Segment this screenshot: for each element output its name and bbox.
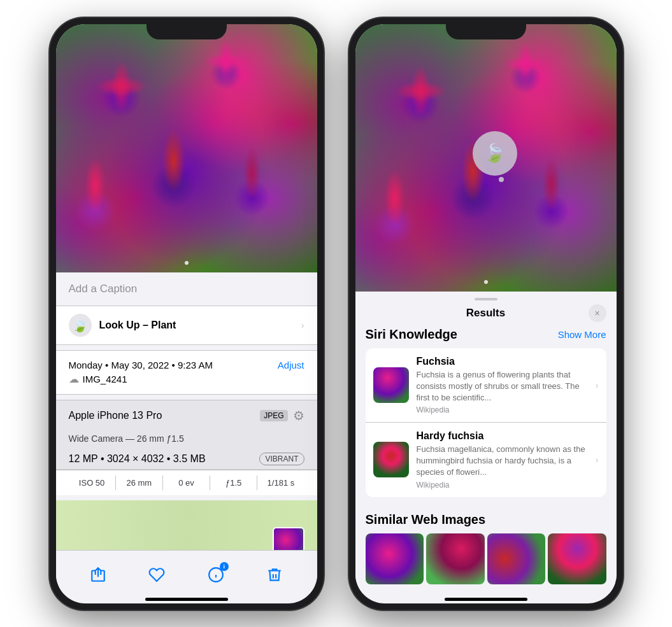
right-phone-notch [446,18,526,39]
camera-settings-icon: ⚙ [293,408,304,423]
knowledge-item-fuchsia[interactable]: Fuchsia Fuchsia is a genus of flowering … [366,348,606,423]
close-icon: × [594,308,599,318]
caption-area[interactable]: Add a Caption [56,272,317,306]
left-phone-screen: Add a Caption 🍃 Look Up – Plant › Monday… [56,24,317,603]
fuchsia-name: Fuchsia [417,356,590,367]
similar-images-section: Similar Web Images [355,505,617,584]
bottom-toolbar: i [56,550,317,594]
exif-row: ISO 50 26 mm 0 ev ƒ1.5 1/181 s [56,470,317,495]
hardy-name: Hardy fuchsia [417,430,590,442]
info-panel: Add a Caption 🍃 Look Up – Plant › Monday… [56,272,317,550]
results-title: Results [466,307,505,320]
jpeg-badge: JPEG [260,410,287,421]
camera-specs-row: 12 MP • 3024 × 4032 • 3.5 MB VIBRANT [56,449,317,469]
visual-lookup-circle[interactable]: 🍃 [473,131,517,176]
exif-ev: 0 ev [163,476,210,490]
vibrant-badge: VIBRANT [259,453,304,465]
knowledge-item-hardy[interactable]: Hardy fuchsia Fuchsia magellanica, commo… [366,422,606,497]
similar-title: Similar Web Images [366,512,606,527]
flower-overlay [56,24,317,272]
siri-knowledge-title: Siri Knowledge [366,327,457,342]
info-badge: i [220,562,229,571]
right-phone-screen: 🍃 Results × Siri Knowledge Show More [355,24,617,603]
camera-badges: JPEG ⚙ [260,408,304,423]
flower-image[interactable] [56,24,317,272]
show-more-button[interactable]: Show More [558,329,606,340]
info-button[interactable]: i [202,561,230,589]
photo-thumb-background [274,528,303,550]
exif-focal: 26 mm [116,476,163,490]
filename-row: ☁ IMG_4241 [69,373,304,385]
hardy-source: Wikipedia [417,481,590,490]
hardy-thumb-bg [373,442,409,477]
fuchsia-chevron: › [596,380,599,390]
hardy-description: Fuchsia magellanica, commonly known as t… [417,444,590,479]
camera-name: Apple iPhone 13 Pro [69,410,162,421]
siri-knowledge-section: Siri Knowledge Show More Fuchsia Fuchsia… [355,327,617,505]
trash-button[interactable] [261,561,289,589]
lookup-label: Look Up – Plant [99,320,176,331]
right-home-indicator [445,598,527,601]
share-button[interactable] [84,561,112,589]
results-header: Results × [355,304,617,327]
fuchsia-source: Wikipedia [417,405,590,414]
home-indicator [145,598,228,601]
camera-header: Apple iPhone 13 Pro JPEG ⚙ [56,400,317,431]
caption-placeholder[interactable]: Add a Caption [69,283,138,295]
date-section: Monday • May 30, 2022 • 9:23 AM Adjust ☁… [56,350,317,395]
similar-image-2[interactable] [426,533,485,584]
page-dot [185,261,189,265]
vlu-leaf-icon: 🍃 [483,143,506,164]
left-phone: Add a Caption 🍃 Look Up – Plant › Monday… [50,18,324,610]
results-handle[interactable] [475,298,497,300]
right-flower-image[interactable]: 🍃 [355,24,617,292]
lookup-chevron: › [301,320,304,330]
map-area[interactable] [56,500,317,550]
exif-iso: ISO 50 [69,476,116,490]
heart-icon [148,567,165,583]
exif-aperture: ƒ1.5 [210,476,257,490]
adjust-button[interactable]: Adjust [278,360,304,370]
date-text: Monday • May 30, 2022 • 9:23 AM [69,360,213,370]
fuchsia-thumb-bg [373,367,409,403]
results-panel: Results × Siri Knowledge Show More [355,292,617,594]
close-button[interactable]: × [589,304,606,322]
filename: IMG_4241 [83,374,127,384]
vlu-dot [499,177,504,182]
hardy-text: Hardy fuchsia Fuchsia magellanica, commo… [417,430,590,490]
right-page-dot [484,280,488,284]
share-icon [90,567,106,583]
hardy-chevron: › [596,454,599,465]
heart-button[interactable] [143,561,171,589]
right-phone: 🍃 Results × Siri Knowledge Show More [349,18,623,610]
trash-icon [266,567,283,583]
date-row: Monday • May 30, 2022 • 9:23 AM Adjust [69,360,304,370]
similar-image-1[interactable] [366,533,424,584]
fuchsia-thumbnail [373,367,409,403]
cloud-icon: ☁ [69,373,79,385]
lookup-icon: 🍃 [69,314,92,337]
knowledge-card: Fuchsia Fuchsia is a genus of flowering … [366,348,606,497]
similar-images-grid [366,533,606,584]
similar-image-3[interactable] [487,533,546,584]
fuchsia-description: Fuchsia is a genus of flowering plants t… [417,369,590,404]
fuchsia-text: Fuchsia Fuchsia is a genus of flowering … [417,356,590,415]
leaf-icon: 🍃 [72,318,88,333]
similar-image-4[interactable] [548,533,606,584]
exif-shutter: 1/181 s [257,476,304,490]
hardy-thumbnail [373,442,409,477]
camera-lens: Wide Camera — 26 mm ƒ1.5 [56,431,317,449]
lookup-row[interactable]: 🍃 Look Up – Plant › [56,306,317,345]
camera-section: Apple iPhone 13 Pro JPEG ⚙ Wide Camera —… [56,400,317,470]
siri-knowledge-header: Siri Knowledge Show More [366,327,606,342]
photo-thumbnail [273,527,304,550]
phone-notch [147,18,227,39]
camera-specs: 12 MP • 3024 × 4032 • 3.5 MB [69,453,206,465]
